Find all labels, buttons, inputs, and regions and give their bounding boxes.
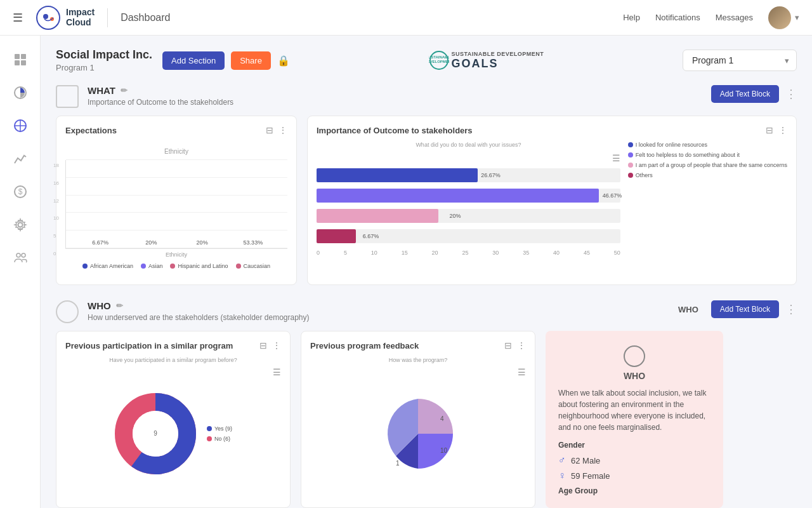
svg-point-1 [43, 14, 48, 19]
pie-chart-icon [13, 119, 27, 133]
who-section: WHO ✏ How underserved are the stakeholde… [56, 300, 797, 508]
share-button[interactable]: Share [231, 51, 271, 70]
expectations-chart-header: Expectations ⊟ ⋮ [65, 125, 287, 135]
age-group-label: Age Group [558, 486, 710, 495]
what-add-text-button[interactable]: Add Text Block [711, 85, 779, 103]
legend-yes: Yes (9) [207, 425, 232, 432]
sidebar-item-trend[interactable] [6, 145, 34, 173]
prev-feedback-filter-icon[interactable]: ⊟ [504, 340, 512, 351]
expectations-chart-card: Expectations ⊟ ⋮ Ethnicity 18 16 12 [56, 116, 297, 285]
who-desc: How underserved are the stakeholders (st… [88, 313, 678, 322]
expectations-chart-title: Expectations [65, 126, 117, 135]
gear-icon [13, 218, 27, 232]
importance-filter-icon[interactable]: ⊟ [766, 125, 773, 135]
who-title-block: WHO ✏ How underserved are the stakeholde… [88, 300, 678, 322]
avatar-chevron-icon: ▾ [795, 13, 799, 22]
prev-feedback-chart-card: Previous program feedback ⊟ ⋮ How was th… [301, 331, 535, 508]
sidebar-item-dollar[interactable]: $ [6, 178, 34, 206]
what-title-block: WHAT ✏ Importance of Outcome to the stak… [88, 85, 711, 107]
sidebar-item-people[interactable] [6, 244, 34, 272]
trend-icon [13, 152, 27, 166]
dollar-icon: $ [13, 185, 27, 199]
add-section-button[interactable]: Add Section [162, 51, 225, 70]
logo-icon [36, 5, 61, 30]
legend-dot-asian [141, 264, 146, 269]
program-select[interactable]: Program 1 [683, 50, 797, 71]
legend-no: No (6) [207, 436, 232, 442]
who-label: WHO [678, 305, 698, 314]
expectations-chart-subtitle: Ethnicity [65, 148, 287, 155]
sidebar-item-dashboard[interactable] [6, 46, 34, 74]
legend-helpless: Felt too helpless to do something about … [628, 152, 787, 158]
who-circle-icon [622, 344, 647, 369]
who-actions: WHO Add Text Block ⋮ [678, 300, 797, 318]
expectations-bar-chart: Ethnicity 18 16 12 10 5 0 [65, 142, 287, 276]
sidebar-item-pie[interactable] [6, 112, 34, 140]
prev-feedback-pie-area: 4 10 1 [310, 380, 526, 488]
logo: ImpactCloud [36, 5, 95, 30]
what-edit-icon[interactable]: ✏ [121, 86, 128, 95]
prev-feedback-more-icon[interactable]: ⋮ [517, 340, 526, 351]
prev-participation-filter-icon[interactable]: ⊟ [259, 340, 267, 351]
what-desc: Importance of Outcome to the stakeholder… [88, 98, 711, 107]
who-more-button[interactable]: ⋮ [785, 302, 797, 316]
lock-icon[interactable]: 🔒 [277, 55, 290, 67]
prev-participation-more-icon[interactable]: ⋮ [272, 340, 281, 351]
help-link[interactable]: Help [623, 13, 640, 22]
expectations-chart-controls: ⊟ ⋮ [266, 125, 287, 135]
prev-feedback-menu-icon[interactable]: ☰ [518, 367, 526, 377]
svg-text:$: $ [18, 187, 22, 196]
importance-chart-title: Importance of Outcome to stakeholders [317, 126, 473, 135]
prev-participation-donut-svg: 9 [114, 392, 197, 475]
header-actions: Add Section Share 🔒 [162, 51, 290, 70]
sidebar-item-settings[interactable] [6, 211, 34, 239]
h-bar-fill-1: 26.67% [317, 168, 478, 182]
who-edit-icon[interactable]: ✏ [116, 301, 123, 311]
what-title: WHAT ✏ [88, 85, 711, 96]
sdg-circle-icon: SUSTAINABLE DEVELOPMENT [429, 50, 449, 70]
h-bar-track-2: 46.67% [317, 189, 620, 203]
male-icon: ♂ [558, 455, 566, 466]
program-select-wrap[interactable]: Program 1 [683, 50, 797, 71]
what-section-icon [56, 85, 79, 108]
legend-caucasian: Caucasian [236, 263, 271, 269]
legend-others: Others [628, 172, 787, 178]
prev-feedback-pie-svg: 4 10 1 [377, 392, 459, 475]
x-axis-label: Ethnicity [65, 251, 287, 258]
h-bar-fill-2: 46.67% [317, 189, 599, 203]
hamburger-menu[interactable]: ☰ [13, 11, 23, 25]
expectations-more-icon[interactable]: ⋮ [278, 125, 287, 135]
h-bar-fill-4: 6.67% [317, 229, 356, 243]
prev-feedback-controls: ⊟ ⋮ [504, 340, 526, 351]
importance-chart-header: Importance of Outcome to stakeholders ⊟ … [317, 125, 787, 135]
avatar [768, 6, 791, 29]
expectations-filter-icon[interactable]: ⊟ [266, 125, 273, 135]
male-count: 62 Male [571, 456, 600, 465]
prev-feedback-header: Previous program feedback ⊟ ⋮ [310, 340, 526, 351]
what-more-button[interactable]: ⋮ [785, 87, 797, 101]
svg-text:9: 9 [154, 430, 157, 437]
who-male-row: ♂ 62 Male [558, 455, 710, 466]
h-bar-fill-3: 20% [317, 209, 438, 223]
user-avatar-wrap[interactable]: ▾ [768, 6, 799, 29]
importance-h-chart-area: What did you do to deal with your issues… [317, 142, 787, 256]
prev-feedback-title: Previous program feedback [310, 341, 419, 351]
notifications-link[interactable]: Notifications [655, 13, 700, 22]
importance-menu-icon[interactable]: ☰ [612, 153, 620, 163]
page-title: Dashboard [121, 12, 170, 23]
who-add-text-button[interactable]: Add Text Block [711, 300, 779, 318]
importance-chart-controls: ⊟ ⋮ [766, 125, 787, 135]
header-left: Social Impact Inc. Program 1 [56, 48, 152, 72]
svg-rect-3 [15, 54, 20, 59]
h-bar-row-3: 20% [317, 209, 620, 223]
what-actions: Add Text Block ⋮ [711, 85, 797, 103]
legend-dot-others [628, 173, 633, 178]
female-count: 59 Female [571, 471, 610, 481]
sidebar-item-charts[interactable] [6, 79, 34, 107]
importance-more-icon[interactable]: ⋮ [778, 125, 787, 135]
who-card-title: WHO [558, 371, 710, 381]
dashboard-icon [13, 53, 27, 67]
messages-link[interactable]: Messages [716, 13, 753, 22]
who-section-header: WHO ✏ How underserved are the stakeholde… [56, 300, 797, 323]
prev-participation-menu-icon[interactable]: ☰ [273, 367, 281, 377]
